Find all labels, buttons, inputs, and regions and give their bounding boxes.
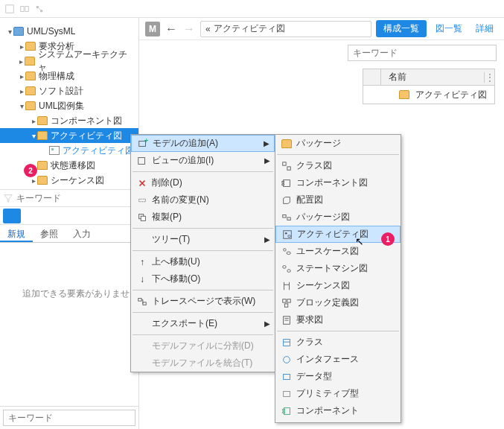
sub-deployment-diagram[interactable]: 配置図 <box>275 191 401 209</box>
sub-component-diagram[interactable]: コンポーネント図 <box>275 174 401 191</box>
trace-icon <box>135 296 149 307</box>
svg-rect-1 <box>21 6 24 11</box>
diagram-icon <box>280 178 293 188</box>
tree-item[interactable]: ▸シーケンス図 <box>0 173 138 188</box>
detail-button[interactable]: 詳細 <box>471 20 498 37</box>
class-icon <box>280 337 293 348</box>
svg-rect-31 <box>283 299 286 302</box>
tree-item[interactable]: アクティビティ図 <box>0 143 138 158</box>
table-row[interactable]: アクティビティ図 <box>363 86 494 104</box>
tree-item[interactable]: ▸コンポーネント図 <box>0 113 138 128</box>
svg-rect-11 <box>141 216 145 220</box>
add-view-icon <box>135 156 149 166</box>
content-search-input[interactable] <box>348 45 497 61</box>
expand-icon[interactable]: ▸ <box>18 87 25 95</box>
model-tree: ▾UML/SysML ▸要求分析 ▸システムアーキテクチャ ▸物理構成 ▸ソフト… <box>0 18 138 188</box>
sub-package-diagram[interactable]: パッケージ図 <box>275 209 401 226</box>
svg-rect-44 <box>283 411 285 413</box>
tree-label: シーケンス図 <box>51 174 104 187</box>
diagram-list-button[interactable]: 図一覧 <box>431 20 467 37</box>
bottom-search-input[interactable] <box>3 410 135 426</box>
ctx-tree[interactable]: ツリー(T)▶ <box>131 231 275 248</box>
tree-item[interactable]: ▸状態遷移図 <box>0 158 138 173</box>
tree-item[interactable]: ▸ソフト設計 <box>0 83 138 98</box>
svg-rect-19 <box>283 214 286 217</box>
expand-icon[interactable]: ▸ <box>18 72 25 80</box>
filter-input[interactable] <box>16 193 135 203</box>
svg-rect-32 <box>287 299 290 302</box>
tab-new[interactable]: 新規 <box>0 225 33 242</box>
sub-component[interactable]: コンポーネント <box>275 402 401 419</box>
rename-icon <box>135 195 149 206</box>
context-menu: +モデルの追加(A)▶ ビューの追加(I)▶ 削除(D) 名前の変更(N) 複製… <box>130 134 275 372</box>
ctx-duplicate[interactable]: 複製(P) <box>131 209 275 226</box>
sub-usecase-diagram[interactable]: ユースケース図 <box>275 243 401 260</box>
tree-item-selected[interactable]: ▾アクティビティ図 <box>0 128 138 143</box>
primitive-icon <box>280 389 293 399</box>
tree-label: 状態遷移図 <box>51 159 95 172</box>
ctx-move-down[interactable]: ↓下へ移動(O) <box>131 270 275 287</box>
tree-filter <box>0 189 138 207</box>
expand-icon[interactable]: ▸ <box>30 117 37 125</box>
model-icon <box>13 27 24 36</box>
svg-point-39 <box>284 356 290 363</box>
sub-package[interactable]: パッケージ <box>275 135 401 152</box>
tree-root[interactable]: ▾UML/SysML <box>0 24 138 39</box>
tree-item[interactable]: ▾UML図例集 <box>0 98 138 113</box>
diagram-icon <box>280 195 293 206</box>
ctx-export[interactable]: エクスポート(E)▶ <box>131 315 275 332</box>
tool-icon[interactable] <box>19 4 30 14</box>
expand-icon[interactable]: ▸ <box>30 177 37 185</box>
svg-rect-14 <box>283 162 286 165</box>
tool-icon[interactable] <box>34 4 45 14</box>
svg-line-5 <box>38 7 41 10</box>
svg-point-24 <box>284 248 287 251</box>
left-panel: ▾UML/SysML ▸要求分析 ▸システムアーキテクチャ ▸物理構成 ▸ソフト… <box>0 18 139 429</box>
crumb-text: アクティビティ図 <box>214 22 285 35</box>
structure-list-button[interactable]: 構成一覧 <box>376 20 427 37</box>
tab-input[interactable]: 入力 <box>66 225 98 242</box>
sub-statemachine-diagram[interactable]: ステートマシン図 <box>275 260 401 277</box>
tree-label: アクティビティ図 <box>63 144 134 157</box>
diagram-icon <box>280 264 293 274</box>
tree-label: アクティビティ図 <box>51 130 122 142</box>
ctx-trace-page[interactable]: トレースページで表示(W) <box>131 293 275 310</box>
svg-point-25 <box>287 252 290 255</box>
folder-icon <box>25 101 36 110</box>
ctx-add-model[interactable]: +モデルの追加(A)▶ <box>131 135 275 152</box>
ctx-rename[interactable]: 名前の変更(N) <box>131 191 275 209</box>
sub-primitive[interactable]: プリミティブ型 <box>275 385 401 402</box>
ctx-merge-disabled: モデルファイルを統合(T) <box>131 355 275 372</box>
sub-interface[interactable]: インタフェース <box>275 351 401 368</box>
expand-icon[interactable]: ▸ <box>18 42 25 51</box>
sub-requirement-diagram[interactable]: 要求図 <box>275 311 401 328</box>
table-menu-icon[interactable]: ⋮ <box>484 72 494 83</box>
tree-item[interactable]: ▸システムアーキテクチャ <box>0 54 138 69</box>
collapse-icon[interactable]: ▾ <box>18 102 25 110</box>
collapse-icon[interactable]: ▾ <box>30 132 37 140</box>
breadcrumb[interactable]: « アクティビティ図 <box>200 21 371 37</box>
nav-back-icon[interactable]: ← <box>165 22 178 36</box>
sub-datatype[interactable]: データ型 <box>275 368 401 385</box>
sub-sequence-diagram[interactable]: シーケンス図 <box>275 277 401 294</box>
separator <box>133 171 273 172</box>
panel-tab-icon[interactable] <box>3 209 21 223</box>
callout-badge-2: 2 <box>24 164 37 177</box>
expand-icon[interactable]: ▸ <box>17 57 25 66</box>
svg-rect-26 <box>283 265 286 268</box>
table-header: 名前 ⋮ <box>363 69 494 86</box>
folder-icon <box>399 90 409 99</box>
sub-block-diagram[interactable]: ブロック定義図 <box>275 294 401 311</box>
svg-rect-20 <box>287 217 290 220</box>
folder-icon <box>280 139 293 148</box>
tool-icon[interactable] <box>4 4 15 14</box>
sub-class[interactable]: クラス <box>275 334 401 351</box>
svg-rect-15 <box>287 166 290 169</box>
sub-class-diagram[interactable]: クラス図 <box>275 157 401 174</box>
ctx-move-up[interactable]: ↑上へ移動(U) <box>131 253 275 270</box>
tab-reference[interactable]: 参照 <box>33 225 66 242</box>
left-tabs: 新規 参照 入力 <box>0 225 138 243</box>
ctx-delete[interactable]: 削除(D) <box>131 174 275 191</box>
ctx-add-view[interactable]: ビューの追加(I)▶ <box>131 152 275 169</box>
collapse-icon[interactable]: ▾ <box>6 28 13 36</box>
